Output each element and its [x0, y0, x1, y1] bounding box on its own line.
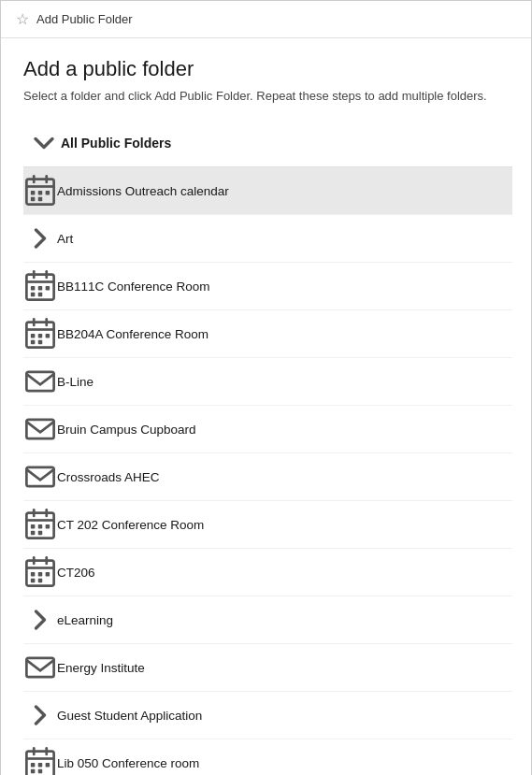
svg-rect-16	[31, 293, 36, 297]
mail-icon	[23, 651, 57, 684]
list-item[interactable]: Crossroads AHEC	[23, 453, 512, 501]
list-item[interactable]: Guest Student Application	[23, 692, 512, 739]
svg-rect-15	[46, 286, 50, 291]
folder-item-label: eLearning	[57, 613, 113, 627]
root-folder-label: All Public Folders	[61, 136, 171, 151]
list-item[interactable]: Bruin Campus Cupboard	[23, 406, 512, 453]
svg-rect-14	[38, 286, 43, 291]
svg-rect-5	[38, 191, 43, 195]
folder-list: All Public Folders	[23, 120, 512, 167]
svg-rect-13	[31, 286, 36, 291]
list-item[interactable]: eLearning	[23, 596, 512, 644]
calendar-icon	[23, 317, 57, 351]
folder-items-list: Admissions Outreach calendar Art BB111C …	[23, 167, 512, 775]
svg-rect-27	[26, 372, 53, 391]
list-item[interactable]: Energy Institute	[23, 644, 512, 692]
svg-rect-54	[38, 763, 43, 768]
svg-rect-36	[46, 524, 50, 529]
mail-icon	[23, 460, 57, 494]
mail-icon	[23, 365, 57, 398]
svg-rect-45	[46, 572, 50, 577]
folder-item-label: Crossroads AHEC	[57, 470, 160, 484]
svg-rect-4	[31, 191, 36, 195]
svg-rect-17	[38, 293, 43, 297]
folder-item-label: B-Line	[57, 375, 93, 389]
svg-rect-24	[46, 334, 50, 338]
calendar-icon	[23, 555, 57, 589]
svg-rect-55	[46, 763, 50, 768]
list-item[interactable]: BB204A Conference Room	[23, 310, 512, 358]
list-item[interactable]: CT 202 Conference Room	[23, 501, 512, 549]
folder-item-label: Energy Institute	[57, 661, 145, 675]
chevron-down-icon	[27, 126, 61, 160]
star-icon: ☆	[16, 10, 29, 28]
folder-item-label: CT 202 Conference Room	[57, 518, 204, 532]
svg-rect-23	[38, 334, 43, 338]
list-item[interactable]: Lib 050 Conference room	[23, 739, 512, 775]
calendar-icon	[23, 269, 57, 303]
folder-item-label: CT206	[57, 566, 95, 580]
svg-rect-29	[26, 467, 53, 486]
svg-rect-43	[31, 572, 36, 577]
chevron-right-icon	[23, 222, 57, 255]
svg-rect-25	[31, 340, 36, 345]
folder-item-label: Admissions Outreach calendar	[57, 184, 229, 198]
page-description: Select a folder and click Add Public Fol…	[23, 89, 512, 103]
folder-item-label: Guest Student Application	[57, 709, 202, 723]
folder-item-label: BB111C Conference Room	[57, 280, 210, 294]
svg-rect-22	[31, 334, 36, 338]
svg-rect-34	[31, 524, 36, 529]
main-content: Add a public folder Select a folder and …	[1, 38, 531, 775]
svg-rect-7	[31, 197, 36, 202]
list-item[interactable]: Art	[23, 215, 512, 263]
svg-rect-26	[38, 340, 43, 345]
root-folder-item[interactable]: All Public Folders	[23, 120, 512, 167]
folder-item-label: BB204A Conference Room	[57, 327, 208, 341]
svg-rect-8	[38, 197, 43, 202]
list-item[interactable]: CT206	[23, 549, 512, 596]
chevron-right-icon	[23, 603, 57, 637]
svg-rect-48	[26, 658, 53, 677]
svg-rect-37	[31, 531, 36, 536]
chevron-right-icon	[23, 698, 57, 732]
header-bar-title: Add Public Folder	[36, 12, 133, 26]
svg-rect-46	[31, 579, 36, 583]
svg-rect-44	[38, 572, 43, 577]
calendar-icon	[23, 174, 57, 208]
svg-rect-47	[38, 579, 43, 583]
header-bar: ☆ Add Public Folder	[1, 1, 531, 38]
svg-rect-35	[38, 524, 43, 529]
svg-rect-28	[26, 420, 53, 438]
svg-rect-38	[38, 531, 43, 536]
list-item[interactable]: Admissions Outreach calendar	[23, 167, 512, 215]
svg-rect-56	[31, 769, 36, 774]
calendar-icon	[23, 508, 57, 541]
folder-item-label: Art	[57, 232, 73, 246]
svg-rect-53	[31, 763, 36, 768]
svg-rect-57	[38, 769, 43, 774]
folder-item-label: Lib 050 Conference room	[57, 756, 199, 770]
list-item[interactable]: BB111C Conference Room	[23, 263, 512, 310]
folder-item-label: Bruin Campus Cupboard	[57, 423, 196, 437]
svg-rect-6	[46, 191, 50, 195]
list-item[interactable]: B-Line	[23, 358, 512, 406]
calendar-icon	[23, 746, 57, 775]
page-title: Add a public folder	[23, 57, 512, 81]
mail-icon	[23, 412, 57, 446]
